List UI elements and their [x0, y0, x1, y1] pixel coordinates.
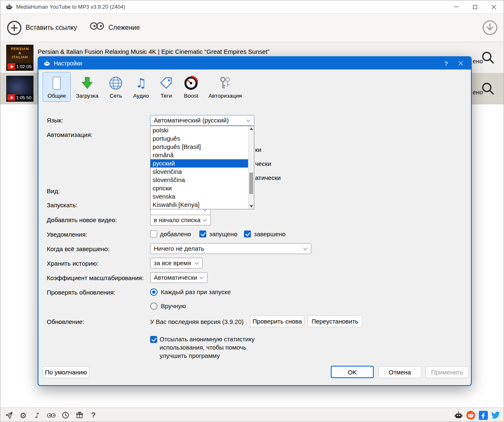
page-icon — [49, 76, 64, 91]
thumbnail-text: PERSIAN & ITALIAN — [6, 47, 33, 59]
apply-button[interactable]: Применить — [425, 366, 469, 378]
tab-authorization[interactable]: Авторизация — [203, 72, 247, 102]
scale-select[interactable]: Автоматически — [150, 272, 208, 283]
keys-icon — [217, 76, 232, 91]
view-label: Вид: — [47, 187, 60, 195]
facebook-icon[interactable] — [478, 410, 488, 420]
dialog-help-button[interactable]: ? — [444, 60, 448, 67]
minimize-button[interactable] — [447, 0, 466, 13]
tab-download[interactable]: Загрузка — [71, 72, 103, 102]
dropdown-item[interactable]: polski — [150, 126, 248, 134]
watch-button[interactable]: Слежение — [89, 20, 140, 36]
scale-label: Коэффициент масштабирования: — [47, 274, 143, 282]
dropdown-item[interactable]: slovenščina — [150, 176, 248, 184]
settings-dialog: Настройки ? Общие Загрузка Сеть ♫ — [38, 56, 472, 386]
check-updates-label: Проверять обновления: — [47, 288, 115, 297]
notify-started-checkbox[interactable] — [199, 230, 206, 237]
send-icon[interactable] — [5, 411, 14, 420]
dropdown-item[interactable]: svenska — [150, 192, 248, 201]
chevron-down-icon — [246, 118, 251, 122]
close-button[interactable] — [485, 0, 504, 13]
watch-icon[interactable] — [47, 411, 56, 420]
update-manual-radio[interactable] — [150, 302, 158, 310]
gear-icon[interactable]: ⚙ — [19, 411, 28, 420]
tab-label: Загрузка — [76, 93, 98, 99]
update-every-launch-radio[interactable] — [150, 288, 158, 296]
check-again-button[interactable]: Проверить снова — [250, 315, 304, 327]
when-done-label: Когда всё завершено: — [47, 245, 110, 253]
maximize-button[interactable] — [466, 0, 485, 13]
chevron-down-icon — [200, 275, 204, 279]
music-note-icon[interactable]: ♪ — [33, 411, 42, 420]
dialog-title: Настройки — [54, 60, 82, 67]
video-thumbnail: 1:05:50 — [6, 76, 33, 102]
when-done-select[interactable]: Ничего не делать — [150, 243, 311, 254]
scroll-down-icon[interactable] — [250, 205, 253, 208]
dropdown-scrollbar[interactable] — [248, 126, 254, 209]
tab-tags[interactable]: Теги — [154, 72, 179, 102]
main-toolbar: Вставить ссылку Слежение — [0, 14, 504, 42]
search-icon[interactable] — [480, 50, 496, 65]
dropdown-item[interactable]: slovenčina — [150, 168, 248, 176]
notify-added-checkbox[interactable] — [150, 230, 157, 237]
gift-icon[interactable] — [75, 411, 84, 420]
add-new-video-value: в начало списка — [154, 216, 201, 223]
dropdown-item[interactable]: Kiswahili [Kenya] — [150, 201, 248, 209]
tab-network[interactable]: Сеть — [103, 72, 128, 102]
add-new-video-label: Добавлять новое видео: — [47, 216, 117, 224]
duration-badge: 1:02:09 — [15, 64, 33, 70]
dropdown-item[interactable]: српски — [150, 184, 248, 192]
tab-boost[interactable]: Boost — [179, 72, 203, 102]
statusbar: ⚙ ♪ ? — [0, 408, 504, 422]
tab-label: Boost — [184, 93, 198, 99]
notifications-label: Уведомления: — [47, 230, 87, 239]
tab-label: Теги — [160, 93, 172, 99]
dropdown-item-selected[interactable]: русский — [150, 159, 248, 168]
cancel-button[interactable]: Отмена — [378, 366, 421, 378]
music-note-icon: ♫ — [134, 76, 148, 91]
update-label: Обновление: — [47, 318, 84, 326]
dropdown-item[interactable]: português — [150, 134, 248, 143]
app-logo-icon[interactable] — [454, 410, 463, 420]
help-icon[interactable]: ? — [89, 411, 98, 420]
notify-finished-checkbox[interactable] — [244, 230, 251, 237]
reinstall-button[interactable]: Переустановить — [308, 315, 362, 327]
scroll-up-icon[interactable] — [250, 127, 253, 130]
search-icon[interactable] — [480, 81, 496, 96]
defaults-button[interactable]: По умолчанию — [43, 366, 89, 378]
statusbar-left-icons: ⚙ ♪ ? — [5, 411, 98, 420]
hidden-label-fragment: ки — [255, 146, 261, 154]
dialog-titlebar: Настройки ? — [38, 57, 471, 70]
watch-label: Слежение — [108, 24, 140, 31]
dialog-close-icon[interactable] — [459, 61, 463, 66]
ok-button[interactable]: OK — [331, 366, 374, 378]
update-manual-label: Вручную — [161, 302, 186, 310]
history-select[interactable]: за все время — [150, 258, 203, 269]
history-label: Хранить историю: — [47, 259, 98, 268]
scale-value: Автоматически — [154, 274, 197, 281]
notify-finished-label: завершено — [254, 230, 286, 238]
window-title: MediaHuman YouTube to MP3 v3.9.20 (2404) — [16, 4, 125, 10]
tab-audio[interactable]: ♫ Аудио — [128, 72, 154, 102]
twitter-icon[interactable] — [491, 410, 500, 420]
launch-label: Запускать: — [47, 201, 77, 209]
dropdown-item[interactable]: português [Brasil] — [150, 143, 248, 151]
download-arrow-icon — [80, 76, 95, 91]
download-all-button[interactable] — [482, 19, 498, 36]
dropdown-item[interactable]: română — [150, 151, 248, 159]
tab-general[interactable]: Общие — [43, 72, 71, 102]
automation-label: Автоматизация: — [47, 131, 93, 139]
history-icon[interactable] — [61, 411, 70, 420]
scrollbar-thumb[interactable] — [249, 173, 253, 194]
add-new-video-select[interactable]: в начало списка — [150, 215, 211, 225]
reddit-icon[interactable] — [466, 410, 475, 420]
anonymous-stats-checkbox[interactable] — [150, 336, 157, 343]
update-status-text: У Вас последняя версия (3.9.20) — [150, 318, 244, 326]
language-select[interactable]: Автоматический (русский) — [150, 115, 254, 126]
tab-label: Авторизация — [208, 93, 242, 99]
tag-icon — [159, 76, 174, 91]
notify-added-label: добавлено — [160, 230, 191, 238]
chevron-down-icon — [195, 261, 199, 265]
paste-link-button[interactable]: Вставить ссылку — [7, 20, 77, 36]
language-dropdown-list: polski português português [Brasil] româ… — [150, 126, 254, 209]
